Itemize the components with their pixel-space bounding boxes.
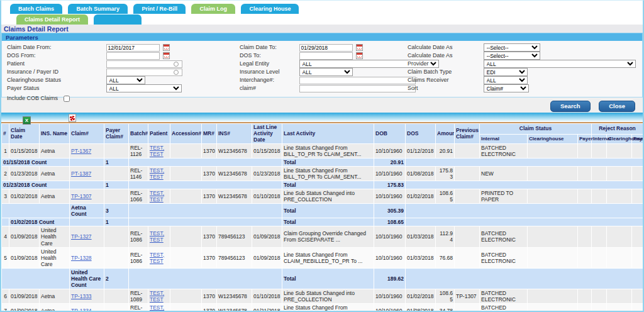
calendar-icon[interactable]	[356, 44, 363, 51]
count-row: 01/15/2018 Count1Total20.91	[2, 159, 643, 167]
cell-amount: 108.65	[436, 189, 455, 204]
calculate-date-as-select-2[interactable]: --Select--	[484, 52, 540, 60]
cell-rj-internal	[592, 144, 607, 159]
patient-link[interactable]: TEST, TEST	[150, 230, 164, 243]
payer-status-select[interactable]: ALL	[106, 84, 182, 92]
col-header-mr: MR#	[202, 124, 217, 144]
patient-input[interactable]	[106, 60, 182, 68]
cell-claim-num: TP-1334	[70, 303, 104, 312]
cell-st-payer	[578, 167, 592, 181]
cell-st-ch	[528, 289, 578, 303]
calculate-date-as-select-1[interactable]: --Select--	[484, 43, 540, 52]
cell-payer-claim	[104, 144, 129, 159]
patient-link[interactable]: TEST, TEST	[150, 252, 164, 264]
calendar-icon[interactable]	[163, 52, 170, 59]
cell-claim-num: PT-1367	[70, 144, 104, 159]
provider-select[interactable]: ALL	[484, 60, 636, 68]
claims-receiver-select[interactable]: ALL	[484, 76, 528, 84]
calendar-icon[interactable]	[356, 52, 363, 59]
interchange-label: Interchange#:	[240, 76, 297, 84]
interchange-input[interactable]	[299, 77, 416, 84]
pdf-export-icon[interactable]	[69, 114, 76, 122]
insurance-payer-id-input[interactable]	[106, 69, 182, 76]
total-amount: 175.83	[374, 181, 406, 189]
insurance-payer-id-label: Insurance / Payer ID	[7, 68, 104, 76]
cell-ins-name: Aetna	[40, 303, 70, 312]
tab-batch-summary[interactable]: Batch Summary	[68, 4, 128, 14]
insurance-level-select[interactable]: ALL	[299, 68, 353, 76]
cell-payer-claim	[104, 226, 129, 247]
patient-link[interactable]: TEST, TEST	[150, 167, 164, 180]
cell-dob: 10/10/1960	[374, 303, 406, 312]
subtab-blank[interactable]	[94, 14, 142, 25]
claim-link[interactable]: TP-1328	[71, 255, 92, 261]
claim-link[interactable]: TP-1307	[71, 193, 92, 199]
cell-last-line-date: 01/09/2018	[252, 247, 282, 268]
tab-clearing-house[interactable]: Clearing House	[241, 4, 299, 14]
cell-blank	[406, 218, 643, 226]
cell-mr: 1370	[202, 247, 217, 268]
cell-ins: W12345678	[217, 289, 252, 303]
tab-claim-log[interactable]: Claim Log	[191, 4, 235, 14]
count-label: Aetna Count	[70, 204, 104, 218]
claim-link[interactable]: TP-1333	[71, 293, 92, 299]
count-row: 01/23/2018 Count1Total175.83	[2, 181, 643, 189]
dos-from-input[interactable]	[106, 52, 160, 60]
claim-batch-type-select[interactable]: EDI	[484, 68, 528, 76]
cell-rj-internal	[592, 247, 607, 268]
clearinghouse-status-select[interactable]: ALL	[106, 76, 145, 84]
total-amount: 20.91	[374, 159, 406, 167]
claims-table: # Claim Date INS. Name Claim# Payer Clai…	[1, 123, 643, 312]
include-cob-claims-checkbox[interactable]	[64, 96, 70, 102]
col-header-claim-date: Claim Date	[9, 124, 40, 144]
cell-batch: REL-1086	[129, 226, 148, 247]
cell-batch: REL-1089	[129, 303, 148, 312]
patient-link[interactable]: TEST, TEST	[150, 190, 164, 203]
cell-batch: REL-1089	[129, 289, 148, 303]
claim-number-input[interactable]	[299, 85, 416, 92]
cell-mr: 1370	[202, 189, 217, 204]
calendar-icon[interactable]	[163, 44, 170, 51]
cell-amount: 20.91	[436, 144, 455, 159]
excel-export-icon[interactable]: X	[23, 116, 31, 125]
cell-payer-claim	[104, 303, 129, 312]
count-value: 1	[104, 218, 129, 226]
cell-rj-internal	[592, 167, 607, 181]
parameters-form: Claim Date From: DOS From: Patient Insur…	[1, 41, 643, 98]
dos-to-input[interactable]	[299, 52, 353, 60]
claim-row: 401/09/2018United Health CareTP-1327REL-…	[2, 226, 643, 247]
search-button[interactable]: Search	[550, 101, 591, 112]
claim-link[interactable]: PT-1367	[71, 148, 91, 154]
col-header-amount: Amount	[436, 124, 455, 144]
patient-link[interactable]: TEST, TEST	[150, 145, 164, 157]
subtab-claims-detail-report[interactable]: Claims Detail Report	[16, 14, 88, 25]
cell-num: 5	[2, 247, 9, 268]
patient-link[interactable]: TEST, TEST	[150, 304, 164, 312]
cell-blank	[70, 159, 104, 167]
search-lookup-icon[interactable]	[174, 62, 179, 67]
total-amount: 189.62	[374, 268, 406, 289]
cell-claim-num: TP-1327	[70, 226, 104, 247]
cell-blank	[2, 218, 9, 226]
cell-patient: TEST, TEST	[148, 189, 170, 204]
cell-ins: W12345678	[217, 167, 252, 181]
claim-date-to-input[interactable]	[299, 44, 353, 52]
claim-link[interactable]: TP-1334	[71, 308, 92, 312]
cell-patient: TEST, TEST	[148, 167, 170, 181]
claim-link[interactable]: PT-1387	[71, 170, 91, 177]
sort-select[interactable]: Claim#	[484, 84, 529, 92]
cell-last-line-date: 01/10/2018	[252, 289, 282, 303]
sub-tab-bar: Claims Detail Report	[1, 13, 643, 24]
tab-print-rebill[interactable]: Print / Re-Bill	[133, 4, 186, 14]
col-header-ins: INS#	[217, 124, 252, 144]
search-lookup-icon[interactable]	[174, 70, 179, 75]
cell-mr: 1370	[202, 289, 217, 303]
patient-link[interactable]: TEST, TEST	[150, 290, 164, 303]
cell-ins-name: United Health Care	[40, 247, 70, 268]
close-button[interactable]: Close	[599, 101, 635, 112]
cell-dos: 01/02/2018	[406, 189, 436, 204]
claim-date-from-input[interactable]	[106, 44, 160, 52]
export-toolbar: X	[1, 113, 643, 123]
tab-batch-claims[interactable]: Batch Claims	[10, 4, 62, 14]
claim-link[interactable]: TP-1327	[71, 233, 92, 240]
